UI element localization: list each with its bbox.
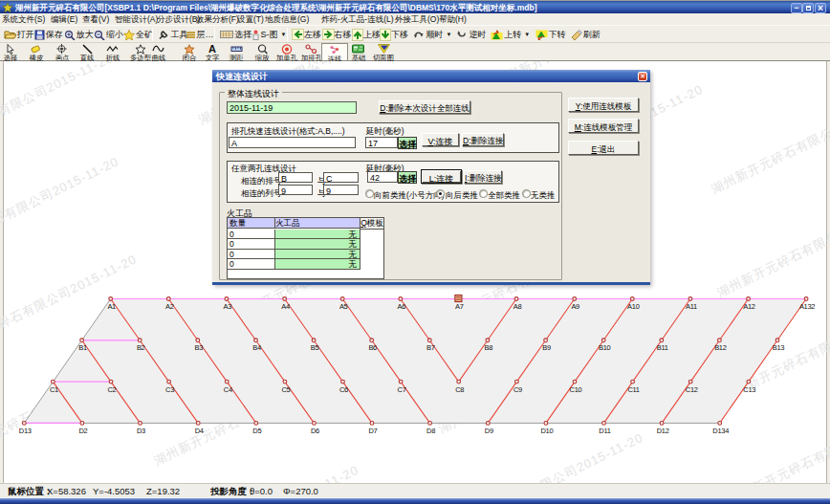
svg-text:D3: D3 [137, 427, 145, 435]
svg-text:C3: C3 [165, 385, 174, 394]
svg-text:B7: B7 [426, 343, 435, 352]
svg-text:A8: A8 [513, 302, 522, 311]
svg-text:D8: D8 [426, 427, 435, 435]
svg-text:B10: B10 [599, 343, 611, 352]
svg-text:A10: A10 [627, 302, 640, 311]
svg-text:A132: A132 [799, 302, 815, 311]
svg-text:A12: A12 [743, 302, 755, 311]
svg-text:A6: A6 [398, 302, 406, 311]
svg-text:B5: B5 [311, 343, 319, 352]
svg-text:C13: C13 [743, 385, 755, 394]
svg-text:D134: D134 [712, 427, 729, 435]
svg-text:B8: B8 [485, 343, 493, 352]
svg-text:C8: C8 [455, 385, 464, 394]
svg-text:D5: D5 [252, 427, 261, 435]
svg-text:A9: A9 [571, 302, 579, 311]
svg-text:B1: B1 [78, 343, 87, 352]
svg-text:C12: C12 [686, 385, 698, 394]
svg-text:C4: C4 [224, 385, 232, 394]
svg-text:B6: B6 [368, 343, 377, 352]
svg-text:D7: D7 [369, 427, 378, 435]
svg-text:C10: C10 [570, 385, 582, 394]
svg-text:C6: C6 [339, 385, 348, 394]
svg-text:A11: A11 [686, 302, 697, 311]
svg-text:A7: A7 [455, 302, 464, 311]
svg-text:B12: B12 [714, 343, 727, 352]
svg-text:C2: C2 [108, 385, 117, 394]
svg-text:D10: D10 [540, 427, 553, 435]
svg-text:B3: B3 [195, 343, 204, 352]
svg-text:D9: D9 [485, 427, 493, 435]
svg-text:A5: A5 [339, 302, 348, 311]
svg-text:B11: B11 [657, 343, 668, 352]
svg-text:B13: B13 [773, 343, 785, 352]
svg-text:D2: D2 [78, 427, 87, 435]
svg-text:C7: C7 [398, 385, 406, 394]
svg-text:C5: C5 [281, 385, 290, 394]
svg-text:D13: D13 [19, 427, 32, 435]
svg-text:C1: C1 [50, 385, 58, 394]
svg-text:B9: B9 [542, 343, 551, 352]
svg-text:C11: C11 [627, 385, 639, 394]
svg-text:A3: A3 [224, 302, 232, 311]
svg-text:D11: D11 [599, 427, 610, 435]
svg-text:C9: C9 [513, 385, 522, 394]
svg-text:A1: A1 [107, 302, 116, 311]
svg-text:B2: B2 [137, 343, 145, 352]
svg-text:A4: A4 [281, 302, 290, 311]
svg-text:B4: B4 [252, 343, 261, 352]
svg-text:D12: D12 [657, 427, 669, 435]
svg-text:D6: D6 [311, 427, 319, 435]
svg-text:A2: A2 [165, 302, 174, 311]
svg-text:D4: D4 [195, 427, 204, 435]
